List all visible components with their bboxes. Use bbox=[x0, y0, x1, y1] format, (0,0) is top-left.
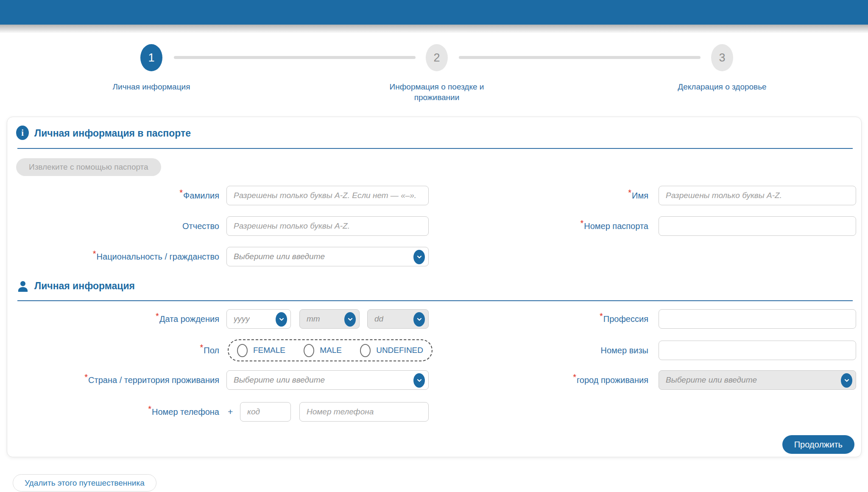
required-asterisk: * bbox=[156, 311, 159, 321]
radio-button-icon[interactable] bbox=[304, 344, 314, 357]
residence-city-select[interactable]: Выберите или введите bbox=[659, 370, 856, 390]
phone-code-input[interactable] bbox=[240, 402, 291, 422]
chevron-down-icon[interactable] bbox=[413, 312, 425, 327]
required-asterisk: * bbox=[600, 311, 603, 321]
surname-label: *Фамилия bbox=[7, 186, 219, 205]
arrival-form-page: 1 2 3 Личная информация Информация о пое… bbox=[0, 0, 868, 492]
top-navigation-bar bbox=[0, 0, 868, 25]
passport-number-input[interactable] bbox=[659, 216, 856, 236]
step-2-label: Информация о поездке и проживании bbox=[388, 81, 486, 103]
middle-name-input[interactable] bbox=[226, 216, 429, 236]
chevron-down-icon[interactable] bbox=[344, 312, 356, 327]
stepper-connector-2 bbox=[459, 56, 701, 59]
first-name-label: *Имя bbox=[441, 186, 648, 205]
personal-section-title: Личная информация bbox=[34, 280, 135, 292]
phone-number-input[interactable] bbox=[299, 402, 429, 422]
surname-input[interactable] bbox=[226, 186, 429, 205]
top-bar-shadow bbox=[0, 25, 868, 33]
info-icon: i bbox=[16, 126, 29, 140]
required-asterisk: * bbox=[84, 372, 88, 382]
birth-day-select[interactable]: dd bbox=[367, 309, 429, 329]
nationality-select[interactable]: Выберите или введите bbox=[226, 247, 429, 266]
required-asterisk: * bbox=[179, 188, 183, 197]
residence-country-label: *Страна / территория проживания bbox=[7, 370, 219, 390]
step-2-circle[interactable]: 2 bbox=[426, 44, 448, 71]
phone-plus-prefix: + bbox=[228, 402, 233, 422]
step-2-number: 2 bbox=[433, 51, 440, 64]
birth-date-label: *Дата рождения bbox=[7, 309, 219, 329]
required-asterisk: * bbox=[580, 218, 583, 228]
stepper-connector-1 bbox=[174, 56, 416, 59]
passport-number-label: *Номер паспорта bbox=[441, 216, 648, 236]
birth-month-placeholder: mm bbox=[307, 314, 320, 324]
passport-section-title: Личная информация в паспорте bbox=[34, 128, 191, 139]
nationality-label: *Национальность / гражданство bbox=[7, 247, 219, 266]
step-1-circle[interactable]: 1 bbox=[140, 44, 162, 71]
required-asterisk: * bbox=[200, 343, 203, 352]
radio-button-icon[interactable] bbox=[237, 344, 248, 357]
chevron-down-icon[interactable] bbox=[276, 312, 287, 327]
step-1-label: Личная информация bbox=[84, 81, 219, 92]
birth-day-placeholder: dd bbox=[374, 314, 383, 324]
sex-option-female[interactable]: FEMALE bbox=[237, 344, 285, 357]
required-asterisk: * bbox=[573, 372, 576, 382]
sex-option-undefined[interactable]: UNDEFINED bbox=[360, 344, 423, 357]
person-icon bbox=[16, 279, 30, 294]
first-name-input[interactable] bbox=[659, 186, 856, 205]
visa-number-input[interactable] bbox=[659, 341, 856, 360]
occupation-input[interactable] bbox=[659, 309, 856, 329]
step-3-label: Декларация о здоровье bbox=[654, 81, 790, 92]
radio-button-icon[interactable] bbox=[360, 344, 371, 357]
chevron-down-icon[interactable] bbox=[413, 373, 425, 388]
residence-country-placeholder: Выберите или введите bbox=[234, 375, 325, 385]
birth-month-select[interactable]: mm bbox=[299, 309, 360, 329]
residence-country-select[interactable]: Выберите или введите bbox=[226, 370, 429, 390]
extract-passport-button[interactable]: Извлеките с помощью паспорта bbox=[16, 158, 161, 176]
required-asterisk: * bbox=[628, 188, 631, 197]
chevron-down-icon[interactable] bbox=[841, 373, 852, 388]
birth-year-placeholder: yyyy bbox=[234, 314, 250, 324]
step-3-number: 3 bbox=[719, 51, 725, 64]
sex-label: *Пол bbox=[7, 341, 219, 360]
nationality-placeholder: Выберите или введите bbox=[234, 252, 325, 261]
visa-number-label: Номер визы bbox=[441, 341, 648, 360]
required-asterisk: * bbox=[148, 404, 151, 414]
sex-radio-group: FEMALE MALE UNDEFINED bbox=[228, 339, 433, 361]
phone-label: *Номер телефона bbox=[7, 402, 219, 422]
step-1-number: 1 bbox=[148, 51, 154, 64]
passport-section-divider bbox=[17, 148, 853, 149]
birth-year-select[interactable]: yyyy bbox=[226, 309, 291, 329]
sex-option-male[interactable]: MALE bbox=[304, 344, 342, 357]
personal-section-divider bbox=[17, 300, 853, 301]
middle-name-label: Отчество bbox=[7, 216, 219, 236]
delete-traveler-button[interactable]: Удалить этого путешественника bbox=[13, 474, 156, 492]
traveler-form-card: i Личная информация в паспорте Извлеките… bbox=[7, 117, 862, 457]
residence-city-placeholder: Выберите или введите bbox=[666, 375, 757, 385]
occupation-label: *Профессия bbox=[441, 309, 648, 329]
required-asterisk: * bbox=[93, 249, 96, 258]
residence-city-label: *город проживания bbox=[441, 370, 648, 390]
continue-button[interactable]: Продолжить bbox=[782, 435, 854, 454]
step-3-circle[interactable]: 3 bbox=[711, 44, 733, 71]
chevron-down-icon[interactable] bbox=[413, 250, 425, 264]
